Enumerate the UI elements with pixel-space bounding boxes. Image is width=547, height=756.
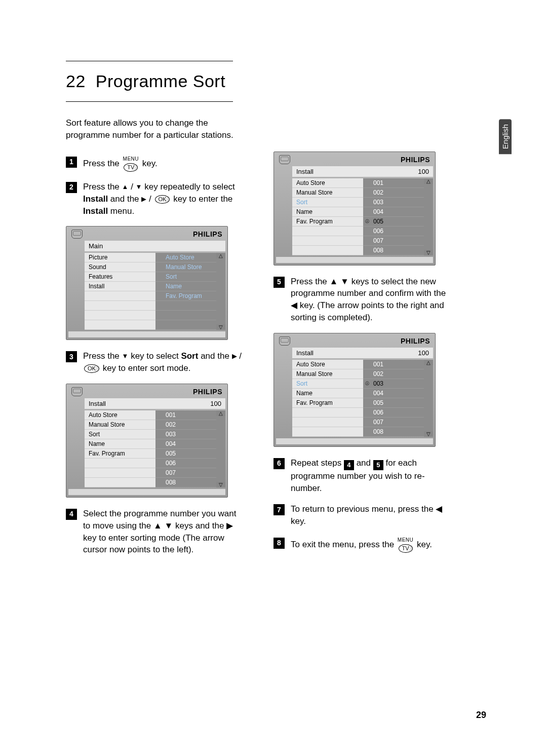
step-text: Press the xyxy=(83,158,120,168)
number-item: 002 xyxy=(363,188,424,198)
menu-item-empty xyxy=(85,320,155,330)
key-oval-label: OK xyxy=(155,195,170,204)
page-number: 29 xyxy=(476,710,486,721)
menu-item: Fav. Program xyxy=(292,398,363,408)
menu-item-empty xyxy=(292,226,363,236)
scroll-down-icon: ▽ xyxy=(424,250,433,255)
menu-item-empty xyxy=(292,418,363,427)
panel-footer xyxy=(276,257,433,263)
menu-item: Sort xyxy=(85,430,155,439)
ok-key: OK xyxy=(155,195,170,204)
scroll-down-icon: ▽ xyxy=(424,431,433,437)
menu-title: Install xyxy=(296,168,314,175)
step-5: 5 Press the ▲ ▼ keys to select the new p… xyxy=(274,276,451,324)
menu-item: Name xyxy=(292,389,363,398)
rule xyxy=(66,101,233,102)
scroll-down-icon: ▽ xyxy=(216,482,225,487)
menu-item-empty xyxy=(292,427,363,437)
step-text: key to select xyxy=(131,351,179,361)
number-item: 002 xyxy=(155,420,216,430)
cursor-left-icon: ⦾ xyxy=(365,218,369,224)
inline-ref-5: 5 xyxy=(373,460,383,470)
tv-icon xyxy=(71,387,83,396)
cursor-right-icon: ⦾ xyxy=(365,381,369,387)
menu-item-empty xyxy=(85,311,155,320)
step-text: To return to previous menu, press the ◀ … xyxy=(291,503,451,527)
menu-item-empty xyxy=(85,291,155,301)
tv-icon xyxy=(279,155,290,164)
scrollbar: △ ▽ xyxy=(424,178,433,255)
number-item: 004 xyxy=(155,439,216,449)
step-text: key repeatedly to select xyxy=(144,182,235,192)
menu-item: Picture xyxy=(85,253,155,262)
menu-title-right: 100 xyxy=(418,168,429,175)
number-item: 001 xyxy=(363,178,424,188)
number-item: 001 xyxy=(363,360,424,369)
step-text: menu. xyxy=(110,206,134,216)
number-item: 007 xyxy=(363,236,424,246)
number-item: 002 xyxy=(363,369,424,379)
step-text: and the xyxy=(201,351,229,361)
menu-item: Fav. Program xyxy=(292,217,363,226)
number-item: 006 xyxy=(363,226,424,236)
tv-icon xyxy=(279,336,290,346)
step-text: and xyxy=(357,458,371,468)
number-item-selected: ⦾003 xyxy=(363,379,424,389)
step-number: 2 xyxy=(66,182,77,193)
menu-item-selected: Sort xyxy=(292,379,363,389)
menu-item-empty xyxy=(85,478,155,487)
step-1: 1 Press the MENU TV key. xyxy=(66,156,243,172)
key-top-label: MENU xyxy=(398,537,413,544)
up-icon: ▲ xyxy=(122,183,129,191)
submenu-item: Sort xyxy=(155,272,216,282)
step-7: 7 To return to previous menu, press the … xyxy=(274,503,451,527)
submenu-item: Manual Store xyxy=(155,262,216,272)
step-text: Repeat steps xyxy=(291,458,341,468)
scroll-up-icon: △ xyxy=(216,410,225,416)
number-item: 006 xyxy=(363,408,424,418)
step-8: 8 To exit the menu, press the MENU TV ke… xyxy=(274,537,451,553)
panel-footer xyxy=(276,438,433,444)
right-icon: ▶ xyxy=(141,195,146,203)
step-number: 1 xyxy=(66,157,77,168)
menu-item: Sound xyxy=(85,262,155,272)
menu-item: Auto Store xyxy=(85,410,155,420)
menu-item-empty xyxy=(85,468,155,478)
ok-key: OK xyxy=(84,364,99,373)
down-icon: ▼ xyxy=(122,353,129,360)
number-item: 008 xyxy=(363,246,424,255)
step-3: 3 Press the ▼ key to select Sort and the… xyxy=(66,350,243,374)
number-item: 003 xyxy=(363,198,424,207)
menu-title-right: 100 xyxy=(418,349,429,357)
step-number: 3 xyxy=(66,351,77,362)
step-number: 6 xyxy=(274,458,285,469)
bold-text: Install xyxy=(83,194,108,204)
step-4: 4 Select the programme number you want t… xyxy=(66,508,243,556)
step-text: Select the programme number you want to … xyxy=(83,508,243,556)
number-value: 003 xyxy=(373,380,383,387)
key-top-label: MENU xyxy=(123,156,139,163)
language-tab: English xyxy=(499,119,512,154)
menu-item: Auto Store xyxy=(292,360,363,369)
scrollbar: △ ▽ xyxy=(216,410,225,487)
scroll-up-icon: △ xyxy=(424,178,433,184)
step-2: 2 Press the ▲ / ▼ key repeatedly to sele… xyxy=(66,181,243,217)
heading-number: 22 xyxy=(66,71,86,91)
number-item: 001 xyxy=(155,410,216,420)
number-item: 005 xyxy=(363,398,424,408)
menu-title: Main xyxy=(89,242,103,250)
menu-item: Features xyxy=(85,272,155,282)
tv-icon xyxy=(71,230,83,239)
menu-item: Manual Store xyxy=(292,188,363,198)
page-heading: 22 Programme Sort xyxy=(66,71,486,91)
menu-tv-key: MENU TV xyxy=(398,537,413,553)
panel-footer xyxy=(68,489,225,495)
submenu-item-empty xyxy=(155,320,216,330)
bold-text: Sort xyxy=(181,351,198,361)
menu-item: Manual Store xyxy=(292,369,363,379)
right-icon: ▶ xyxy=(232,353,237,360)
step-text: Press the ▲ ▼ keys to select the new pro… xyxy=(291,276,451,324)
brand-label: PHILIPS xyxy=(293,337,430,345)
number-item: 006 xyxy=(155,459,216,468)
scroll-up-icon: △ xyxy=(424,360,433,365)
